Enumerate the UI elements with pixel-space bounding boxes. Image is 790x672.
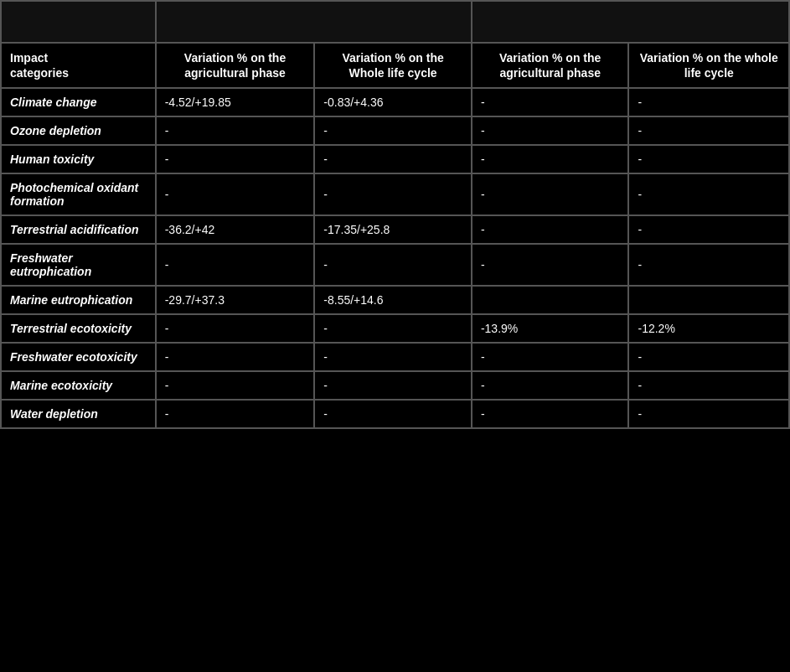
header-var-whole-2: Variation % on the whole life cycle	[628, 43, 789, 88]
cell-var_whole_1-5: -	[314, 244, 472, 286]
main-table-wrapper: Impact categories Variation % on the agr…	[0, 0, 790, 429]
cell-impact-2: Human toxicity	[1, 145, 156, 173]
cell-impact-1: Ozone depletion	[1, 116, 156, 145]
header-var-whole-1: Variation % on the Whole life cycle	[314, 43, 472, 88]
cell-var_whole_1-2: -	[314, 145, 472, 173]
cell-impact-4: Terrestrial acidification	[1, 215, 156, 244]
table-row: Terrestrial acidification-36.2/+42-17.35…	[1, 215, 789, 244]
cell-var_agri_2-9: -	[472, 371, 629, 400]
top-group-left	[156, 1, 472, 43]
header-var-agri-2: Variation % on the agricultural phase	[472, 43, 629, 88]
table-row: Human toxicity----	[1, 145, 789, 173]
cell-var_whole_2-6	[628, 286, 789, 314]
cell-var_whole_2-5: -	[628, 244, 789, 286]
cell-var_agri_2-10: -	[472, 400, 629, 428]
cell-var_agri_1-2: -	[156, 145, 315, 173]
cell-var_agri_2-0: -	[472, 88, 629, 116]
cell-var_whole_1-8: -	[314, 343, 472, 371]
cell-var_agri_2-1: -	[472, 116, 629, 145]
cell-impact-3: Photochemical oxidant formation	[1, 173, 156, 215]
cell-var_agri_2-3: -	[472, 173, 629, 215]
table-row: Photochemical oxidant formation----	[1, 173, 789, 215]
table-row: Freshwater ecotoxicity----	[1, 343, 789, 371]
cell-var_agri_1-4: -36.2/+42	[156, 215, 315, 244]
cell-var_whole_1-1: -	[314, 116, 472, 145]
cell-var_whole_1-3: -	[314, 173, 472, 215]
top-corner-cell	[1, 1, 156, 43]
cell-impact-6: Marine eutrophication	[1, 286, 156, 314]
cell-impact-9: Marine ecotoxicity	[1, 371, 156, 400]
table-row: Ozone depletion----	[1, 116, 789, 145]
cell-var_whole_2-1: -	[628, 116, 789, 145]
cell-var_agri_1-9: -	[156, 371, 315, 400]
cell-var_agri_1-10: -	[156, 400, 315, 428]
cell-var_whole_2-7: -12.2%	[628, 314, 789, 343]
cell-impact-7: Terrestrial ecotoxicity	[1, 314, 156, 343]
cell-var_agri_1-7: -	[156, 314, 315, 343]
cell-var_whole_2-9: -	[628, 371, 789, 400]
cell-var_whole_2-2: -	[628, 145, 789, 173]
table-row: Water depletion----	[1, 400, 789, 428]
cell-impact-10: Water depletion	[1, 400, 156, 428]
cell-var_agri_1-5: -	[156, 244, 315, 286]
cell-var_whole_1-4: -17.35/+25.8	[314, 215, 472, 244]
table-row: Terrestrial ecotoxicity---13.9%-12.2%	[1, 314, 789, 343]
cell-var_agri_2-2: -	[472, 145, 629, 173]
header-var-agri-1: Variation % on the agricultural phase	[156, 43, 315, 88]
cell-var_agri_1-3: -	[156, 173, 315, 215]
table-body: Climate change-4.52/+19.85-0.83/+4.36--O…	[1, 88, 789, 428]
cell-var_agri_2-8: -	[472, 343, 629, 371]
cell-var_whole_2-10: -	[628, 400, 789, 428]
column-header-row: Impact categories Variation % on the agr…	[1, 43, 789, 88]
cell-var_agri_2-5: -	[472, 244, 629, 286]
table-row: Marine eutrophication-29.7/+37.3-8.55/+1…	[1, 286, 789, 314]
cell-var_whole_1-7: -	[314, 314, 472, 343]
cell-var_agri_1-8: -	[156, 343, 315, 371]
top-group-right	[472, 1, 789, 43]
cell-var_whole_2-3: -	[628, 173, 789, 215]
cell-impact-5: Freshwater eutrophication	[1, 244, 156, 286]
cell-var_agri_2-6	[472, 286, 629, 314]
cell-var_agri_2-7: -13.9%	[472, 314, 629, 343]
cell-var_agri_2-4: -	[472, 215, 629, 244]
cell-var_agri_1-6: -29.7/+37.3	[156, 286, 315, 314]
cell-var_whole_1-10: -	[314, 400, 472, 428]
table-row: Marine ecotoxicity----	[1, 371, 789, 400]
impact-table: Impact categories Variation % on the agr…	[0, 0, 790, 429]
cell-var_whole_1-0: -0.83/+4.36	[314, 88, 472, 116]
cell-var_whole_2-0: -	[628, 88, 789, 116]
cell-var_whole_1-9: -	[314, 371, 472, 400]
cell-var_agri_1-0: -4.52/+19.85	[156, 88, 315, 116]
top-header-row	[1, 1, 789, 43]
cell-impact-8: Freshwater ecotoxicity	[1, 343, 156, 371]
table-row: Freshwater eutrophication----	[1, 244, 789, 286]
cell-var_whole_2-8: -	[628, 343, 789, 371]
cell-impact-0: Climate change	[1, 88, 156, 116]
cell-var_agri_1-1: -	[156, 116, 315, 145]
table-row: Climate change-4.52/+19.85-0.83/+4.36--	[1, 88, 789, 116]
header-impact: Impact categories	[1, 43, 156, 88]
cell-var_whole_2-4: -	[628, 215, 789, 244]
cell-var_whole_1-6: -8.55/+14.6	[314, 286, 472, 314]
